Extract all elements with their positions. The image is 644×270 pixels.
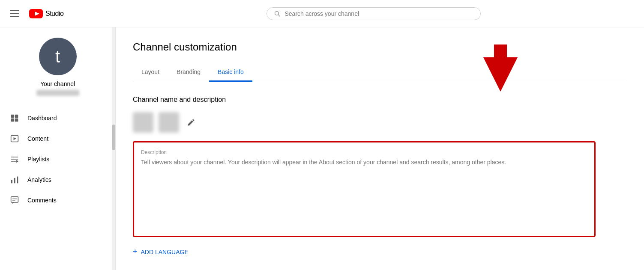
comments-icon (10, 196, 19, 205)
search-container (110, 7, 637, 20)
page-layout: t Your channel Dashboard (0, 0, 644, 270)
svg-line-3 (278, 15, 280, 16)
search-bar (267, 7, 481, 20)
page-title: Channel customization (133, 41, 627, 53)
sidebar-item-analytics[interactable]: Analytics (0, 169, 115, 190)
svg-rect-14 (11, 180, 12, 183)
sidebar-item-label-comments: Comments (27, 197, 57, 204)
channel-name: Your channel (40, 80, 75, 87)
scrollbar-thumb[interactable] (112, 125, 115, 150)
tabs-bar: Layout Branding Basic info (133, 63, 627, 82)
channel-name-blur-2 (159, 112, 179, 133)
add-language-label: ADD LANGUAGE (141, 249, 189, 255)
menu-button[interactable] (7, 7, 22, 21)
section-title: Channel name and description (133, 96, 627, 104)
scrollbar-track (112, 27, 115, 270)
svg-rect-7 (15, 119, 18, 122)
svg-rect-17 (11, 197, 18, 202)
svg-rect-15 (14, 178, 15, 184)
sidebar-item-content[interactable]: Content (0, 128, 115, 149)
svg-marker-20 (12, 202, 14, 204)
studio-label: Studio (45, 10, 63, 18)
youtube-logo-icon (29, 9, 43, 18)
sidebar-nav: Dashboard Content (0, 108, 115, 211)
sidebar-item-comments[interactable]: Comments (0, 190, 115, 211)
description-container[interactable]: Description (133, 141, 596, 237)
name-row (133, 112, 627, 133)
plus-icon: + (133, 247, 138, 256)
add-language-button[interactable]: + ADD LANGUAGE (133, 247, 627, 256)
sidebar-item-label-analytics: Analytics (27, 176, 51, 183)
sidebar-item-playlists[interactable]: Playlists (0, 149, 115, 169)
svg-rect-6 (11, 119, 15, 122)
svg-rect-5 (15, 115, 18, 118)
content-icon (10, 134, 19, 143)
logo-area[interactable]: Studio (29, 9, 63, 18)
sidebar-item-label-playlists: Playlists (27, 156, 49, 163)
sidebar-item-label-dashboard: Dashboard (27, 115, 57, 122)
analytics-icon (10, 175, 19, 184)
svg-marker-9 (14, 137, 17, 140)
main-content: Channel customization Layout Branding Ba… (116, 27, 644, 270)
sidebar: t Your channel Dashboard (0, 27, 116, 270)
description-label: Description (141, 149, 587, 155)
topbar: Studio (0, 0, 644, 27)
svg-rect-4 (11, 115, 15, 118)
sidebar-item-dashboard[interactable]: Dashboard (0, 108, 115, 128)
tab-branding[interactable]: Branding (168, 63, 209, 82)
svg-rect-16 (17, 177, 18, 184)
playlists-icon (10, 155, 19, 163)
channel-url-blur (36, 90, 79, 96)
channel-name-blur-1 (133, 112, 153, 133)
tab-basic-info[interactable]: Basic info (209, 63, 252, 82)
search-input[interactable] (285, 10, 473, 17)
topbar-left: Studio (7, 7, 110, 21)
search-icon (274, 10, 281, 17)
avatar: t (39, 38, 77, 75)
description-textarea[interactable] (141, 159, 587, 227)
sidebar-item-label-content: Content (27, 135, 48, 142)
dashboard-icon (10, 114, 19, 122)
tab-layout[interactable]: Layout (133, 63, 168, 82)
edit-name-button[interactable] (184, 116, 198, 129)
content-section: Channel name and description Desc (133, 96, 627, 256)
svg-marker-13 (16, 160, 18, 163)
